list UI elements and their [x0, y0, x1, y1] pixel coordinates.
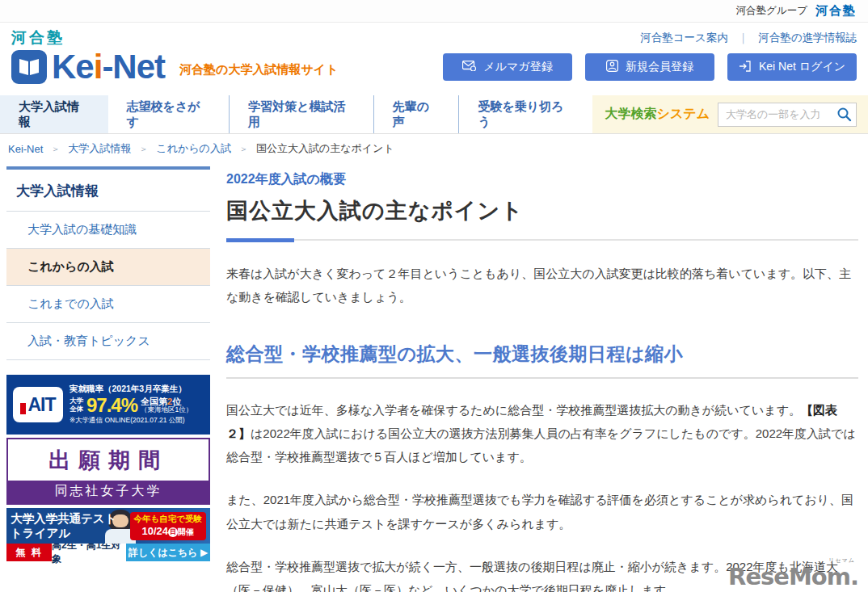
- university-search-area: 大学検索システム: [592, 95, 868, 133]
- breadcrumb-separator: ＞: [239, 143, 248, 155]
- group-label: 河合塾グループ: [736, 4, 807, 18]
- resemom-watermark: リセマム ReseMom.: [728, 556, 858, 590]
- doshisha-university-name: 同志社女子大学: [8, 481, 209, 503]
- nav-tab-find-school[interactable]: 志望校をさがす: [108, 95, 230, 133]
- article-intro: 来春は入試が大きく変わって２年目ということもあり、国公立大の入試変更は比較的落ち…: [226, 262, 858, 309]
- section-title: 総合型・学校推薦型の拡大、一般選抜後期日程は縮小: [226, 342, 858, 379]
- header-links: 河合塾コース案内 ｜ 河合塾の進学情報誌: [640, 31, 857, 45]
- doshisha-ad-title: 出願期間: [48, 448, 168, 472]
- mailmag-register-button[interactable]: メルマガ登録: [443, 53, 572, 81]
- trial-date-badge: 今年も自宅で受験 10/24日開催: [130, 512, 207, 540]
- breadcrumb-home[interactable]: Kei-Net: [8, 143, 43, 155]
- book-icon: [11, 50, 47, 84]
- breadcrumb: Kei-Net ＞ 大学入試情報 ＞ これからの入試 ＞ 国公立大入試の主なポイ…: [0, 134, 868, 163]
- nav-tab-survive-exam[interactable]: 受験を乗り切ろう: [458, 95, 592, 133]
- link-magazine[interactable]: 河合塾の進学情報誌: [758, 31, 857, 45]
- sidebar-item-upcoming-exams[interactable]: これからの入試: [6, 248, 210, 285]
- link-separator: ｜: [738, 31, 748, 45]
- site-tagline: 河合塾の大学入試情報サイト: [179, 62, 338, 78]
- kawaijuku-group-logo[interactable]: 河合塾: [815, 3, 857, 19]
- top-bar: 河合塾グループ 河合塾: [0, 0, 868, 23]
- person-icon: [606, 60, 618, 74]
- login-icon: [739, 61, 752, 74]
- ait-source: ※大学通信 ONLINE(2021.07.21 公開): [70, 416, 204, 426]
- site-header: 河合塾 Kei-Net 河合塾の大学入試情報サイト 河合塾コース案内 ｜ 河合塾…: [0, 23, 868, 95]
- ad-banner-ait[interactable]: AIT 実就職率（2021年3月卒業生） 大学全体 97.4% 全国第2位 （東…: [6, 375, 210, 435]
- trial-free-badge: 無 料: [6, 544, 52, 561]
- breadcrumb-exam-info[interactable]: 大学入試情報: [68, 141, 131, 156]
- breadcrumb-upcoming-exams[interactable]: これからの入試: [156, 141, 231, 156]
- link-course-guide[interactable]: 河合塾コース案内: [640, 31, 728, 45]
- trial-target-label: 高2生・高1生対象: [52, 544, 126, 561]
- breadcrumb-separator: ＞: [139, 143, 148, 155]
- sidebar-item-basics[interactable]: 大学入試の基礎知識: [6, 211, 210, 248]
- main-nav: 大学入試情報 志望校をさがす 学習対策と模試活用 先輩の声 受験を乗り切ろう 大…: [0, 95, 868, 134]
- sidebar-item-topics[interactable]: 入試・教育トピックス: [6, 322, 210, 359]
- sidebar-menu: 大学入試情報 大学入試の基礎知識 これからの入試 これまでの入試 入試・教育トピ…: [6, 166, 210, 360]
- nav-tab-exam-info[interactable]: 大学入試情報: [0, 95, 108, 133]
- keinet-logo: Kei-Net: [52, 50, 165, 84]
- title-divider: [226, 238, 858, 242]
- article-category: 2022年度入試の概要: [226, 171, 858, 188]
- sidebar-title: 大学入試情報: [6, 170, 210, 211]
- trial-ad-title: 大学入学共通テストトライアル: [11, 511, 117, 540]
- sidebar-item-past-exams[interactable]: これまでの入試: [6, 285, 210, 322]
- page-title: 国公立大入試の主なポイント: [226, 196, 858, 225]
- header-buttons: メルマガ登録 新規会員登録 Kei Net ログイン: [443, 53, 857, 81]
- nav-tab-study-mock[interactable]: 学習対策と模試活用: [229, 95, 373, 133]
- article-paragraph: 国公立大では近年、多様な入学者を確保するために総合型・学校推薦型選抜拡大の動きが…: [226, 398, 858, 469]
- kawaijuku-label: 河合塾: [11, 27, 338, 48]
- nav-tab-senpai-voice[interactable]: 先輩の声: [373, 95, 459, 133]
- breadcrumb-separator: ＞: [51, 143, 60, 155]
- ad-banner-doshisha[interactable]: 出願期間 同志社女子大学: [6, 438, 210, 505]
- university-search-system-label[interactable]: 大学検索システム: [605, 106, 710, 123]
- trial-details-link[interactable]: 詳しくはこちら ▶: [126, 544, 210, 561]
- site-brand[interactable]: 河合塾 Kei-Net 河合塾の大学入試情報サイト: [11, 27, 338, 95]
- sidebar: 大学入試情報 大学入試の基礎知識 これからの入試 これまでの入試 入試・教育トピ…: [6, 166, 210, 561]
- ad-banner-kyotsu-test-trial[interactable]: 大学入学共通テストトライアル 今年も自宅で受験 10/24日開催 無 料 高2生…: [6, 508, 210, 561]
- article-paragraph: また、2021年度入試から総合型・学校推薦型選抜でも学力を確認する評価を必須とす…: [226, 488, 858, 535]
- search-icon[interactable]: [836, 107, 852, 125]
- ait-rank-region: （東海地区1位）: [141, 406, 192, 414]
- ait-logo: AIT: [13, 387, 63, 422]
- article: 2022年度入試の概要 国公立大入試の主なポイント 来春は入試が大きく変わって２…: [226, 166, 862, 592]
- mail-icon: [462, 61, 476, 73]
- breadcrumb-current: 国公立大入試の主なポイント: [256, 141, 394, 156]
- login-button[interactable]: Kei Net ログイン: [727, 53, 857, 81]
- signup-button[interactable]: 新規会員登録: [585, 53, 714, 81]
- ait-employment-rate: 97.4%: [86, 396, 137, 415]
- ait-employment-label: 実就職率（2021年3月卒業生）: [70, 384, 204, 395]
